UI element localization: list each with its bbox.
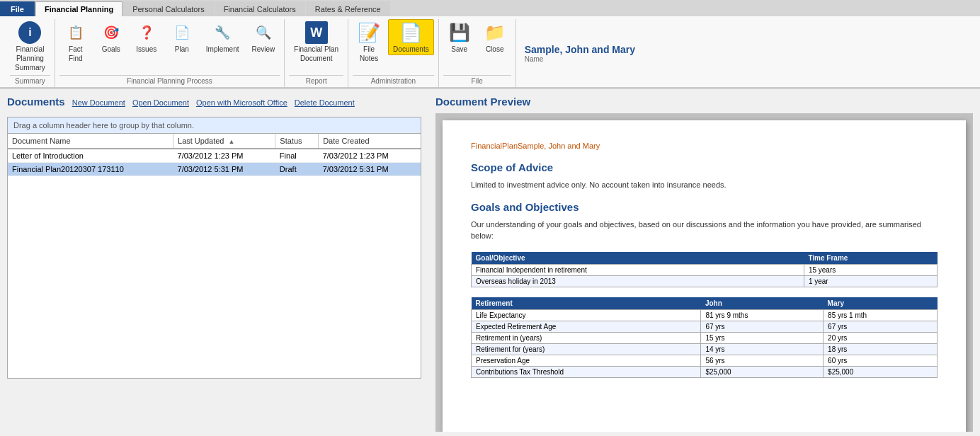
table-row[interactable]: Financial Plan20120307 173110 7/03/2012 … <box>8 163 421 176</box>
ret-john: 56 yrs <box>701 355 824 366</box>
col-document-name[interactable]: Document Name <box>8 134 173 149</box>
financial-planning-label3: Summary <box>15 64 45 71</box>
ret-john: $25,000 <box>701 366 824 377</box>
goals-objectives-text: Our understanding of your goals and obje… <box>471 219 938 242</box>
ret-john: 67 yrs <box>701 321 824 332</box>
issues-button[interactable]: ❓ Issues <box>130 19 163 55</box>
issues-icon: ❓ <box>135 21 158 44</box>
file-notes-icon: 📝 <box>358 21 380 44</box>
tab-rates-reference[interactable]: Rates & Reference <box>306 1 390 16</box>
retirement-table: Retirement John Mary Life Expectancy81 y… <box>471 297 938 378</box>
file-notes-label1: File <box>363 45 375 53</box>
review-button[interactable]: 🔍 Review <box>246 19 280 55</box>
ret-mary: 60 yrs <box>824 355 938 366</box>
goals-button[interactable]: 🎯 Goals <box>95 19 127 55</box>
tab-file[interactable]: File <box>0 1 35 16</box>
fp-doc-label1: Financial Plan <box>294 45 338 53</box>
ret-mary: 20 yrs <box>824 332 938 343</box>
ret-col-john: John <box>701 297 824 310</box>
goals-col-timeframe: Time Frame <box>804 252 937 265</box>
retirement-table-body: Life Expectancy81 yrs 9 mths85 yrs 1 mth… <box>472 309 938 377</box>
implement-icon: 🔧 <box>211 21 234 44</box>
preview-container[interactable]: FinancialPlanSample, John and Mary Scope… <box>435 113 973 432</box>
main-content: Documents New Document Open Document Ope… <box>0 88 980 436</box>
documents-icon: 📄 <box>399 21 422 44</box>
col-date-created[interactable]: Date Created <box>319 134 421 149</box>
info-icon: i <box>18 21 41 44</box>
document-table-container: Drag a column header here to group by th… <box>7 117 421 379</box>
name-label: Name <box>525 55 635 63</box>
review-label: Review <box>251 45 275 53</box>
ret-mary: $25,000 <box>824 366 938 377</box>
implement-button[interactable]: 🔧 Implement <box>201 19 244 55</box>
fact-find-label: Fact <box>69 45 82 53</box>
retirement-row: Retirement for (years)14 yrs18 yrs <box>472 343 938 355</box>
doc-updated-cell: 7/03/2012 1:23 PM <box>173 149 275 163</box>
doc-status-cell: Final <box>275 149 319 163</box>
ribbon: File Financial Planning Personal Calcula… <box>0 0 980 88</box>
financial-planning-summary-button[interactable]: i Financial Planning Summary <box>10 19 50 74</box>
goals-col-goal: Goal/Objective <box>472 252 804 265</box>
goal-timeframe: 15 years <box>804 264 937 275</box>
file-notes-button[interactable]: 📝 File Notes <box>353 19 385 64</box>
tab-financial-calculators[interactable]: Financial Calculators <box>215 1 305 16</box>
col-last-updated[interactable]: Last Updated ▲ <box>173 134 275 149</box>
ret-item: Preservation Age <box>472 355 701 366</box>
word-icon: W <box>305 21 328 44</box>
preview-page: FinancialPlanSample, John and Mary Scope… <box>443 120 966 432</box>
review-icon: 🔍 <box>252 21 275 44</box>
documents-button[interactable]: 📄 Documents <box>388 19 434 55</box>
fp-doc-label2: Document <box>300 54 333 62</box>
drag-header: Drag a column header here to group by th… <box>8 117 421 134</box>
plan-icon: 📄 <box>171 21 193 44</box>
financial-plan-document-button[interactable]: W Financial Plan Document <box>289 19 343 64</box>
ribbon-group-file: 💾 Save 📁 Close File <box>439 19 516 87</box>
summary-group-label: Summary <box>10 75 50 87</box>
ribbon-group-summary: i Financial Planning Summary Summary <box>6 19 55 87</box>
ret-john: 81 yrs 9 mths <box>701 309 824 321</box>
tab-financial-planning[interactable]: Financial Planning <box>35 1 122 16</box>
table-row[interactable]: Letter of Introduction 7/03/2012 1:23 PM… <box>8 149 421 163</box>
plan-button[interactable]: 📄 Plan <box>166 19 198 55</box>
ret-john: 15 yrs <box>701 332 824 343</box>
ret-item: Life Expectancy <box>472 309 701 321</box>
doc-name-cell: Financial Plan20120307 173110 <box>8 163 173 176</box>
ribbon-group-process: 📋 Fact Find 🎯 Goals ❓ Issues 📄 Plan <box>55 19 285 87</box>
goal-timeframe: 1 year <box>804 275 937 287</box>
preview-title: Document Preview <box>435 96 973 108</box>
ret-mary: 18 yrs <box>824 343 938 355</box>
retirement-row: Preservation Age56 yrs60 yrs <box>472 355 938 366</box>
retirement-row: Expected Retirement Age67 yrs67 yrs <box>472 321 938 332</box>
report-group-label: Report <box>289 75 343 87</box>
tab-personal-calculators[interactable]: Personal Calculators <box>123 1 214 16</box>
implement-label: Implement <box>206 45 239 53</box>
ret-col-item: Retirement <box>472 297 701 310</box>
ribbon-group-admin: 📝 File Notes 📄 Documents Administration <box>348 19 439 87</box>
goals-row: Overseas holiday in 20131 year <box>472 275 938 287</box>
file-notes-label2: Notes <box>360 54 378 62</box>
ret-item: Expected Retirement Age <box>472 321 701 332</box>
financial-planning-label: Financial <box>16 45 44 53</box>
delete-document-link[interactable]: Delete Document <box>295 98 355 107</box>
financial-planning-label2: Planning <box>16 54 44 62</box>
col-status[interactable]: Status <box>275 134 319 149</box>
goals-row: Financial Independent in retirement15 ye… <box>472 264 938 275</box>
close-button[interactable]: 📁 Close <box>479 19 511 55</box>
new-document-link[interactable]: New Document <box>72 98 125 107</box>
save-icon: 💾 <box>448 21 471 44</box>
ribbon-body: i Financial Planning Summary Summary 📋 F… <box>0 16 980 88</box>
goals-table-header: Goal/Objective Time Frame <box>472 252 938 265</box>
preview-subtitle: FinancialPlanSample, John and Mary <box>471 142 938 150</box>
open-with-microsoft-link[interactable]: Open with Microsoft Office <box>196 98 287 107</box>
fact-find-button[interactable]: 📋 Fact Find <box>59 19 92 64</box>
summary-items: i Financial Planning Summary <box>10 19 50 74</box>
file-items: 💾 Save 📁 Close <box>443 19 511 74</box>
name-section: Sample, John and Mary Name <box>516 19 644 87</box>
document-table-body: Letter of Introduction 7/03/2012 1:23 PM… <box>8 149 421 176</box>
open-document-link[interactable]: Open Document <box>132 98 189 107</box>
save-label: Save <box>451 45 467 53</box>
ribbon-tabs: File Financial Planning Personal Calcula… <box>0 0 980 16</box>
save-button[interactable]: 💾 Save <box>443 19 476 55</box>
goal-name: Overseas holiday in 2013 <box>472 275 804 287</box>
scope-of-advice-title: Scope of Advice <box>471 161 938 173</box>
